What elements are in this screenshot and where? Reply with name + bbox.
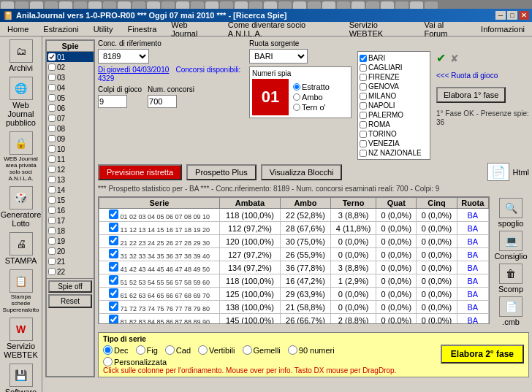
ruota-cell[interactable]: BA — [457, 288, 488, 301]
spie-checkbox[interactable] — [48, 115, 56, 122]
spie-checkbox[interactable] — [48, 176, 56, 183]
menu-finestra[interactable]: Finestra — [123, 23, 162, 35]
spie-row[interactable]: 17 — [47, 215, 94, 226]
spie-row[interactable]: 01 — [47, 52, 94, 62]
minimize-button[interactable]: ─ — [495, 11, 506, 20]
spie-row[interactable]: 04 — [47, 82, 94, 93]
spie-checkbox[interactable] — [48, 227, 56, 234]
ruota-row[interactable]: VENEZIA — [360, 139, 428, 148]
ruota-row[interactable]: MILANO — [360, 91, 428, 101]
tipo-serie-option[interactable]: Fig — [136, 345, 158, 355]
spie-checkbox[interactable] — [48, 207, 56, 214]
spie-row[interactable]: 10 — [47, 144, 94, 154]
ruota-checkbox[interactable] — [360, 64, 367, 72]
sidebar-item-generatore[interactable]: 🎲 Generatore Lotto — [2, 185, 40, 229]
row-checkbox[interactable] — [109, 288, 118, 298]
spie-row[interactable]: 19 — [47, 236, 94, 246]
sidebar-item-stampa[interactable]: 🖨 STAMPA — [2, 231, 40, 266]
sidebar-item-archivi[interactable]: 🗂 Archivi — [2, 38, 40, 74]
ruota-cell[interactable]: BA — [457, 274, 488, 288]
tipo-serie-radio[interactable] — [136, 345, 145, 355]
tipo-serie-option[interactable]: Dec — [103, 345, 129, 355]
spie-checkbox[interactable] — [48, 258, 56, 265]
ruota-row[interactable]: ROMA — [360, 120, 428, 129]
spie-checkbox[interactable] — [48, 155, 56, 163]
previsione-button[interactable]: Previsione ristretta — [98, 164, 182, 180]
spie-checkbox[interactable] — [48, 135, 56, 142]
sidebar-item-superenalotto[interactable]: 📋 Stampa schede Superenalotto — [2, 268, 40, 315]
x-icon[interactable]: ✘ — [450, 53, 459, 64]
reset-button[interactable]: Reset — [48, 294, 92, 308]
ruota-checkbox[interactable] — [360, 74, 367, 81]
colpi-input[interactable] — [98, 95, 127, 108]
table-header[interactable]: Ambata — [219, 198, 280, 209]
terno-radio[interactable] — [293, 104, 300, 111]
ruota-cell[interactable]: BA — [457, 248, 488, 261]
spie-row[interactable]: 07 — [47, 113, 94, 123]
spie-checkbox[interactable] — [48, 53, 56, 61]
ruota-checkbox[interactable] — [360, 150, 367, 157]
ruota-sorgente-select[interactable]: BARI — [249, 49, 308, 64]
table-header[interactable]: Ruota — [457, 198, 488, 209]
spie-row[interactable]: 18 — [47, 226, 94, 236]
conc-ref-select[interactable]: 8189 — [98, 49, 149, 64]
ruota-cell[interactable]: BA — [457, 314, 488, 325]
table-header[interactable]: Ambo — [280, 198, 330, 209]
row-checkbox[interactable] — [109, 262, 118, 272]
row-checkbox[interactable] — [109, 301, 118, 311]
tipo-serie-option[interactable]: 90 numeri — [288, 345, 335, 355]
spie-row[interactable]: 12 — [47, 164, 94, 174]
table-header[interactable]: Terno — [331, 198, 376, 209]
spie-checkbox[interactable] — [48, 94, 56, 101]
right-sidebar-item[interactable]: 🔍spoglio — [494, 198, 528, 228]
prospetto-button[interactable]: Prospetto Plus — [186, 164, 256, 180]
row-checkbox[interactable] — [109, 210, 118, 219]
spie-row[interactable]: 05 — [47, 93, 94, 103]
ruota-row[interactable]: FIRENZE — [360, 72, 428, 82]
tipo-serie-option[interactable]: Vertibili — [198, 345, 235, 355]
spie-checkbox[interactable] — [48, 268, 56, 275]
sidebar-item-web-journal[interactable]: 🌐 Web Journal pubblico — [2, 75, 40, 128]
right-sidebar-item[interactable]: 📄.cmb — [494, 296, 528, 326]
spie-checkbox[interactable] — [48, 166, 56, 173]
sidebar-item-private[interactable]: 🔒 WEB Journal area privata solo soci A.N… — [2, 130, 40, 183]
spie-checkbox[interactable] — [48, 84, 56, 91]
ruota-row[interactable]: NZ NAZIONALE — [360, 148, 428, 158]
spie-checkbox[interactable] — [48, 74, 56, 81]
ruota-checkbox[interactable] — [360, 102, 367, 109]
visualizza-button[interactable]: Visualizza Blocchi — [261, 164, 343, 180]
spie-row[interactable]: 15 — [47, 195, 94, 205]
row-checkbox[interactable] — [109, 223, 118, 232]
elabora-fase2-button[interactable]: Elabora 2° fase — [441, 345, 524, 364]
tipo-serie-radio[interactable] — [288, 345, 297, 355]
row-checkbox[interactable] — [109, 315, 118, 324]
ruota-checkbox[interactable] — [360, 93, 367, 100]
spie-checkbox[interactable] — [48, 196, 56, 204]
ruota-cell[interactable]: BA — [457, 235, 488, 248]
spie-checkbox[interactable] — [48, 237, 56, 245]
table-header[interactable]: Serie — [99, 198, 220, 209]
spie-row[interactable]: 11 — [47, 154, 94, 164]
ruota-row[interactable]: NAPOLI — [360, 101, 428, 110]
tipo-serie-option[interactable]: Gemelli — [243, 345, 281, 355]
spie-row[interactable]: 22 — [47, 266, 94, 277]
check-icon[interactable]: ✔ — [436, 51, 446, 65]
menu-home[interactable]: Home — [3, 23, 33, 35]
ruota-row[interactable]: TORINO — [360, 129, 428, 139]
spie-checkbox[interactable] — [48, 247, 56, 255]
spie-row[interactable]: 16 — [47, 205, 94, 215]
ruota-row[interactable]: BARI — [360, 53, 428, 63]
spie-row[interactable]: 21 — [47, 256, 94, 266]
ruota-checkbox[interactable] — [360, 83, 367, 91]
row-checkbox[interactable] — [109, 236, 118, 245]
ruota-checkbox[interactable] — [360, 121, 367, 128]
spie-row[interactable]: 09 — [47, 134, 94, 144]
ruota-row[interactable]: CAGLIARI — [360, 63, 428, 72]
right-sidebar-item[interactable]: 🗑Scomp — [494, 264, 528, 293]
tipo-serie-radio[interactable] — [243, 345, 252, 355]
personalizzata-radio[interactable] — [103, 357, 113, 366]
spie-checkbox[interactable] — [48, 217, 56, 224]
menu-utility[interactable]: Utility — [89, 23, 118, 35]
elabora-fase1-button[interactable]: Elabora 1° fase — [436, 87, 506, 103]
spie-checkbox[interactable] — [48, 104, 56, 112]
